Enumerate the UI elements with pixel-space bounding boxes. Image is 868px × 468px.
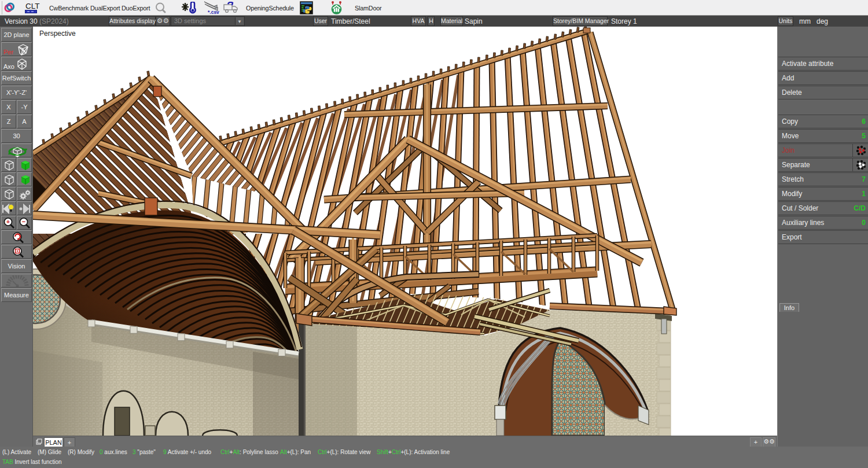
svg-text:+: +	[6, 218, 10, 225]
svg-text:*.csv: *.csv	[208, 9, 219, 14]
svg-text:−: −	[22, 218, 25, 225]
